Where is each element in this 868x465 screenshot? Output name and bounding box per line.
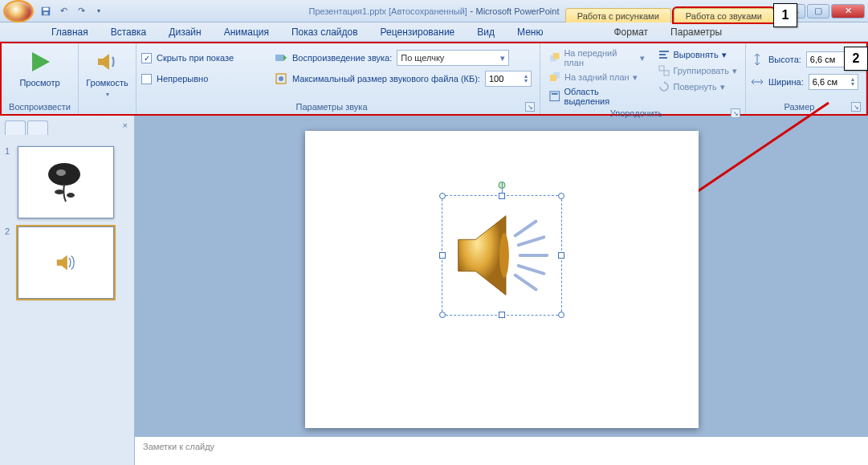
notes-pane[interactable]: Заметки к слайду bbox=[135, 436, 868, 465]
sound-tools-tab[interactable]: Работа со звуками bbox=[674, 8, 774, 22]
qat-dropdown-icon[interactable]: ▾ bbox=[92, 4, 106, 18]
chevron-down-icon: ▾ bbox=[500, 53, 505, 63]
close-button[interactable]: ✕ bbox=[831, 4, 865, 18]
maximize-button[interactable]: ▢ bbox=[807, 4, 829, 18]
spinner-arrows-icon[interactable]: ▴▾ bbox=[851, 77, 854, 87]
svg-rect-17 bbox=[659, 66, 664, 71]
tab-view[interactable]: Вид bbox=[466, 23, 506, 41]
tab-design[interactable]: Дизайн bbox=[157, 23, 212, 41]
ribbon-tabs: Главная Вставка Дизайн Анимация Показ сл… bbox=[0, 22, 868, 42]
tab-format[interactable]: Формат bbox=[602, 23, 659, 41]
slide[interactable] bbox=[305, 131, 699, 428]
width-input[interactable]: 6,6 см▴▾ bbox=[809, 74, 858, 90]
svg-rect-18 bbox=[664, 71, 669, 75]
resize-handle[interactable] bbox=[558, 312, 564, 318]
hide-on-show-checkbox[interactable]: ✓ bbox=[141, 53, 152, 63]
preview-label: Просмотр bbox=[19, 78, 59, 88]
svg-rect-11 bbox=[550, 75, 556, 81]
svg-rect-9 bbox=[553, 53, 560, 59]
speaker-thumb-icon bbox=[54, 251, 78, 275]
play-icon bbox=[27, 49, 53, 75]
tab-options[interactable]: Параметры bbox=[659, 23, 733, 41]
slide-area[interactable] bbox=[135, 116, 868, 436]
bring-front-icon bbox=[548, 51, 560, 64]
height-icon bbox=[751, 53, 764, 66]
svg-rect-13 bbox=[552, 93, 558, 95]
resize-handle[interactable] bbox=[499, 193, 505, 199]
play-sound-icon bbox=[275, 51, 287, 64]
svg-marker-19 bbox=[664, 81, 666, 84]
max-size-input[interactable]: 100 ▴▾ bbox=[485, 71, 532, 87]
loop-checkbox[interactable] bbox=[141, 74, 152, 84]
svg-point-24 bbox=[67, 193, 75, 198]
resize-handle[interactable] bbox=[439, 312, 446, 318]
group-button[interactable]: Группировать ▾ bbox=[654, 63, 741, 78]
notes-placeholder: Заметки к слайду bbox=[143, 442, 214, 451]
spinner-arrows-icon[interactable]: ▴▾ bbox=[524, 74, 528, 84]
thumbnail-1[interactable]: 1 bbox=[5, 146, 129, 218]
tab-menu[interactable]: Меню bbox=[506, 23, 554, 41]
workspace: × 1 2 bbox=[0, 116, 868, 465]
context-tabs: Работа с рисунками Работа со звуками bbox=[565, 0, 776, 22]
width-value: 6,6 см bbox=[813, 77, 837, 87]
callout-2: 2 bbox=[844, 47, 868, 71]
resize-handle[interactable] bbox=[558, 193, 564, 199]
resize-handle[interactable] bbox=[499, 312, 505, 318]
dialog-launcher-icon[interactable]: ↘ bbox=[731, 108, 740, 118]
svg-line-29 bbox=[518, 265, 544, 273]
slides-tab[interactable] bbox=[5, 120, 26, 135]
group-volume: Громкость ▾ bbox=[79, 43, 137, 114]
svg-rect-15 bbox=[659, 54, 666, 55]
bring-front-button[interactable]: На передний план ▾ bbox=[545, 47, 648, 68]
align-button[interactable]: Выровнять ▾ bbox=[654, 47, 741, 62]
group-arrange-label: Упорядочить bbox=[610, 108, 662, 118]
send-back-button[interactable]: На задний план ▾ bbox=[545, 70, 648, 84]
group-play-label: Воспроизвести bbox=[6, 100, 73, 114]
svg-rect-14 bbox=[659, 51, 669, 52]
tab-animation[interactable]: Анимация bbox=[213, 23, 280, 41]
width-label: Ширина: bbox=[768, 77, 804, 87]
selection-pane-button[interactable]: Область выделения bbox=[545, 86, 648, 107]
preview-button[interactable]: Просмотр bbox=[6, 46, 73, 91]
svg-line-26 bbox=[515, 221, 536, 235]
picture-tools-tab[interactable]: Работа с рисунками bbox=[565, 8, 671, 22]
quick-access-toolbar: ↶ ↷ ▾ bbox=[39, 4, 106, 18]
svg-rect-4 bbox=[275, 55, 283, 61]
office-button[interactable] bbox=[3, 0, 34, 22]
outline-tab[interactable] bbox=[27, 120, 48, 135]
save-icon[interactable] bbox=[39, 4, 53, 18]
rotate-button[interactable]: Повернуть ▾ bbox=[654, 80, 741, 94]
svg-rect-2 bbox=[43, 11, 47, 14]
max-size-value: 100 bbox=[489, 74, 503, 84]
play-sound-value: По щелчку bbox=[401, 53, 444, 63]
speaker-icon bbox=[95, 49, 120, 75]
tab-review[interactable]: Рецензирование bbox=[369, 23, 467, 41]
resize-handle[interactable] bbox=[558, 252, 564, 259]
group-volume-label bbox=[84, 101, 131, 115]
volume-button[interactable]: Громкость ▾ bbox=[84, 46, 131, 101]
thumbnail-2[interactable]: 2 bbox=[5, 226, 129, 299]
resize-handle[interactable] bbox=[439, 252, 446, 259]
dialog-launcher-icon[interactable]: ↘ bbox=[525, 102, 535, 112]
undo-icon[interactable]: ↶ bbox=[56, 4, 71, 18]
play-sound-label: Воспроизведение звука: bbox=[292, 53, 392, 63]
slide-thumbnails-pane: × 1 2 bbox=[0, 116, 135, 465]
dialog-launcher-icon[interactable]: ↘ bbox=[851, 102, 861, 112]
resize-handle[interactable] bbox=[439, 193, 446, 199]
svg-point-25 bbox=[499, 233, 509, 277]
tab-slideshow[interactable]: Показ слайдов bbox=[280, 23, 369, 41]
group-icon bbox=[658, 64, 670, 77]
tab-home[interactable]: Главная bbox=[40, 23, 100, 41]
volume-label: Громкость bbox=[86, 78, 128, 88]
height-value: 6,6 см bbox=[810, 55, 835, 64]
rotate-icon bbox=[658, 80, 670, 93]
close-pane-icon[interactable]: × bbox=[123, 120, 128, 130]
filesize-icon bbox=[275, 72, 287, 85]
selected-object[interactable] bbox=[442, 195, 562, 316]
play-sound-combo[interactable]: По щелчку ▾ bbox=[397, 50, 509, 66]
svg-rect-12 bbox=[550, 92, 560, 101]
svg-point-23 bbox=[55, 190, 64, 194]
tab-insert[interactable]: Вставка bbox=[100, 23, 158, 41]
group-play: Просмотр Воспроизвести bbox=[2, 43, 79, 114]
redo-icon[interactable]: ↷ bbox=[74, 4, 88, 18]
